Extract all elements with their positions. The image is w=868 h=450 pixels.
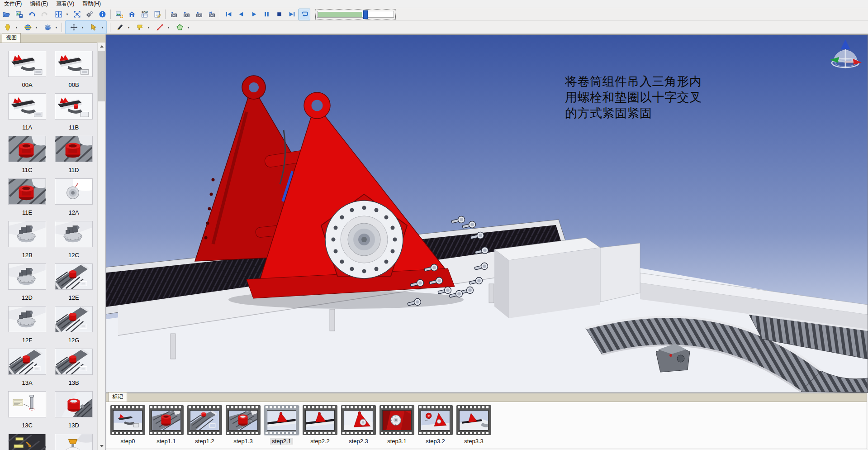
polygon-tool-button[interactable]	[174, 21, 185, 33]
step-thumb-step2.1[interactable]: step2.1	[264, 405, 299, 445]
film-sprockets	[150, 432, 182, 434]
notes-button[interactable]	[151, 9, 163, 20]
camera-next-button[interactable]	[206, 9, 218, 20]
view-thumb-11D[interactable]: 11D	[55, 136, 93, 178]
step-thumb-step2.2[interactable]: step2.2	[303, 405, 337, 445]
timeline-handle[interactable]	[363, 10, 368, 19]
step-thumb-step0[interactable]: step0	[110, 405, 145, 445]
step-thumb-step3.1[interactable]: step3.1	[379, 405, 414, 445]
dropdown-arrow-icon[interactable]: ▼	[81, 26, 85, 29]
view-thumb-11A[interactable]: 11A	[8, 93, 46, 136]
step-thumb-step2.3[interactable]: step2.3	[341, 405, 376, 445]
view-thumb-partial-18[interactable]	[8, 434, 46, 450]
menu-item-2[interactable]: 查看(V)	[52, 0, 78, 8]
view-thumb-label: 11C	[8, 167, 46, 173]
flange	[325, 201, 403, 278]
step-back-button[interactable]	[235, 9, 247, 20]
view-thumb-12C[interactable]: 12C	[55, 221, 93, 263]
view-thumb-11C[interactable]: 11C	[8, 136, 46, 178]
view-thumb-12F[interactable]: 12F	[8, 306, 46, 349]
jump-start-button[interactable]	[223, 9, 234, 20]
film-sprockets	[381, 432, 413, 434]
info-button[interactable]	[96, 9, 108, 20]
render-style-icon	[4, 24, 12, 31]
move-tool-button[interactable]	[68, 21, 80, 33]
orientation-compass-icon[interactable]	[827, 37, 865, 75]
loop-button[interactable]	[299, 9, 310, 20]
view-thumb-12E[interactable]: 12E	[55, 263, 93, 306]
tab-marks[interactable]: 标记	[108, 392, 127, 402]
camera-prev-button[interactable]	[168, 9, 180, 20]
film-sprockets	[419, 406, 451, 408]
view-thumb-12B[interactable]: 12B	[8, 221, 46, 263]
dropdown-arrow-icon[interactable]: ▼	[34, 26, 38, 29]
dropdown-arrow-icon[interactable]: ▼	[100, 26, 104, 29]
dropdown-arrow-icon[interactable]: ▼	[54, 26, 58, 29]
camera-play-button[interactable]	[180, 9, 192, 20]
view-thumb-12D[interactable]: 12D	[8, 263, 46, 306]
stop-button[interactable]	[273, 9, 285, 20]
menu-item-3[interactable]: 帮助(H)	[78, 0, 105, 8]
pause-button[interactable]	[261, 9, 272, 20]
dropdown-arrow-icon[interactable]: ▼	[166, 26, 171, 29]
measure-arrow-button[interactable]	[154, 21, 166, 33]
step-thumb-step1.3[interactable]: step1.3	[226, 405, 261, 445]
pen-tool-button[interactable]	[114, 21, 126, 33]
save-image-button[interactable]	[13, 9, 25, 20]
tab-views[interactable]: 视图	[2, 33, 21, 43]
dropdown-arrow-icon[interactable]: ▼	[147, 26, 151, 29]
annotation-line: 将卷筒组件吊入三角形内	[565, 74, 702, 90]
view-thumb-image	[55, 349, 93, 375]
film-sprockets	[112, 406, 144, 408]
orbit-view-button[interactable]	[22, 21, 33, 33]
callout-flag-button[interactable]	[134, 21, 146, 33]
scroll-down-icon[interactable]	[98, 442, 105, 450]
redo-button[interactable]	[38, 9, 50, 20]
view-thumb-11E[interactable]: 11E	[8, 178, 46, 221]
sidebar-scrollbar[interactable]	[97, 43, 105, 450]
step-thumb-step1.2[interactable]: step1.2	[187, 405, 222, 445]
scroll-up-icon[interactable]	[98, 43, 105, 50]
view-thumb-13D[interactable]: 13D	[55, 391, 93, 434]
bom-button[interactable]: BOM	[138, 9, 150, 20]
view-thumb-image	[8, 434, 46, 450]
menu-item-0[interactable]: 文件(F)	[0, 0, 26, 8]
dropdown-arrow-icon[interactable]: ▼	[127, 26, 131, 29]
step-thumb-step3.3[interactable]: step3.3	[456, 405, 491, 445]
view-thumb-00A[interactable]: 00A	[8, 51, 46, 93]
dropdown-arrow-icon[interactable]: ▼	[186, 26, 190, 29]
layers-button[interactable]	[42, 21, 53, 33]
settings-gears-button[interactable]	[84, 9, 95, 20]
undo-button[interactable]	[26, 9, 38, 20]
fit-view-button[interactable]	[71, 9, 83, 20]
view-thumb-00B[interactable]: 00B	[55, 51, 93, 93]
view-thumb-13B[interactable]: 13B	[55, 349, 93, 391]
render-style-button[interactable]	[2, 21, 14, 33]
scrollbar-thumb[interactable]	[98, 51, 105, 101]
dropdown-arrow-icon[interactable]: ▼	[14, 26, 19, 29]
dropdown-arrow-icon[interactable]: ▼	[65, 13, 69, 16]
viewport-3d[interactable]: 将卷筒组件吊入三角形内 用螺栓和垫圈以十字交叉 的方式紧固紧固	[106, 34, 868, 393]
view-thumb-11B[interactable]: 11B	[55, 93, 93, 136]
step-thumb-label: step2.2	[308, 438, 332, 445]
toolbar-authoring: ▼▼▼▼▼▼▼▼▼	[0, 21, 868, 34]
window-switch-button[interactable]	[52, 9, 64, 20]
view-thumb-12G[interactable]: 12G	[55, 306, 93, 349]
view-thumb-12A[interactable]: 12A	[55, 178, 93, 221]
animation-timeline[interactable]	[317, 11, 394, 18]
view-thumb-partial-19[interactable]	[55, 434, 93, 450]
view-thumb-13A[interactable]: 13A	[8, 349, 46, 391]
view-thumb-image	[8, 51, 46, 77]
select-arrow-button[interactable]	[88, 21, 100, 33]
view-thumb-13C[interactable]: 13C	[8, 391, 46, 434]
jump-end-button[interactable]	[286, 9, 298, 20]
camera-stop-button[interactable]	[193, 9, 205, 20]
image-refresh-button[interactable]	[113, 9, 125, 20]
step-thumb-step1.1[interactable]: step1.1	[149, 405, 184, 445]
view-thumb-image	[8, 178, 46, 205]
play-button[interactable]	[248, 9, 260, 20]
menu-item-1[interactable]: 编辑(E)	[26, 0, 52, 8]
step-thumb-step3.2[interactable]: step3.2	[418, 405, 453, 445]
open-folder-button[interactable]	[0, 9, 12, 20]
home-refresh-button[interactable]	[126, 9, 138, 20]
